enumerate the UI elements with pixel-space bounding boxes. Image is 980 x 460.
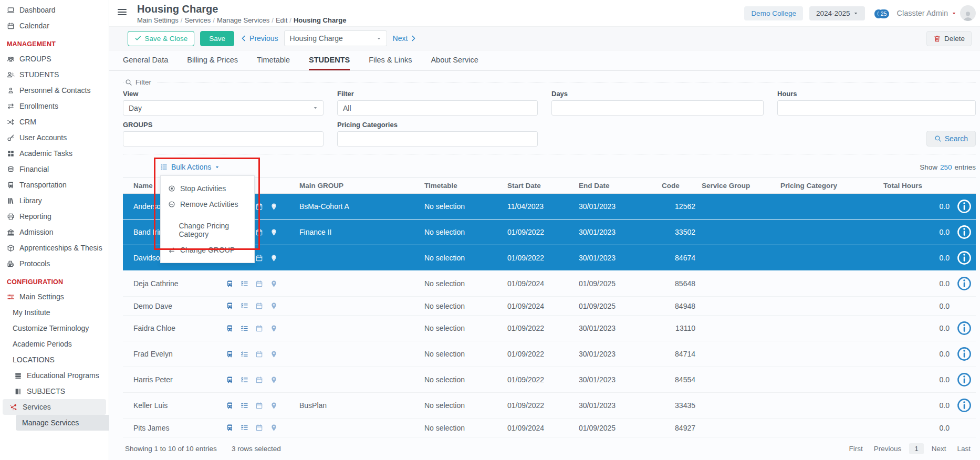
breadcrumb-item[interactable]: Main Settings bbox=[137, 16, 179, 24]
sidebar-item-reporting[interactable]: Reporting bbox=[0, 208, 109, 224]
table-row[interactable]: Deja CathrineNo selection01/09/202401/09… bbox=[123, 271, 976, 297]
bulk-actions-button[interactable]: Bulk Actions bbox=[159, 161, 221, 173]
calendar-icon[interactable] bbox=[255, 376, 263, 384]
view-select[interactable]: Day bbox=[123, 100, 324, 116]
sidebar-item-groups[interactable]: GROUPS bbox=[0, 51, 109, 67]
save-button[interactable]: Save bbox=[200, 31, 234, 46]
days-input[interactable] bbox=[551, 100, 764, 116]
bulk-menu-item-remove-activities[interactable]: Remove Activities bbox=[161, 196, 254, 212]
bus-icon[interactable] bbox=[226, 402, 234, 410]
calendar-icon[interactable] bbox=[255, 424, 263, 432]
bulk-menu-item-change-pricing-category[interactable]: Change Pricing Category bbox=[161, 218, 254, 242]
bus-icon[interactable] bbox=[226, 376, 234, 384]
calendar-icon[interactable] bbox=[255, 280, 263, 288]
checklist-icon[interactable] bbox=[241, 376, 248, 384]
pagination-last[interactable]: Last bbox=[954, 443, 974, 454]
pin-icon[interactable] bbox=[270, 228, 278, 236]
tab-timetable[interactable]: Timetable bbox=[257, 56, 290, 70]
pricing-categories-input[interactable] bbox=[337, 131, 538, 147]
pin-icon[interactable] bbox=[270, 424, 278, 432]
sidebar-item-calendar[interactable]: Calendar bbox=[0, 18, 109, 34]
breadcrumb-item[interactable]: Services bbox=[184, 16, 211, 24]
sidebar-item-protocols[interactable]: Protocols bbox=[0, 256, 109, 271]
calendar-icon[interactable] bbox=[255, 325, 263, 332]
checklist-icon[interactable] bbox=[241, 302, 248, 310]
sidebar-item-crm[interactable]: CRM bbox=[0, 114, 109, 130]
sidebar-item-dashboard[interactable]: Dashboard bbox=[0, 2, 109, 18]
pin-icon[interactable] bbox=[270, 302, 278, 310]
table-row[interactable]: Keller LuisBusPlanNo selection01/09/2022… bbox=[123, 393, 976, 419]
sidebar-item-students[interactable]: STUDENTS bbox=[0, 67, 109, 82]
sidebar-item-apprenticeships-thesis[interactable]: Apprenticeships & Thesis bbox=[0, 240, 109, 256]
breadcrumb-item[interactable]: Edit bbox=[276, 16, 287, 24]
sidebar-item-academic-periods[interactable]: Academic Periods bbox=[0, 336, 109, 352]
pagination-previous[interactable]: Previous bbox=[871, 443, 905, 454]
tab-general-data[interactable]: General Data bbox=[123, 56, 168, 70]
sidebar-item-user-accounts[interactable]: User Accounts bbox=[0, 130, 109, 145]
table-row[interactable]: Pits JamesNo selection01/09/202401/09/20… bbox=[123, 419, 976, 437]
info-icon[interactable] bbox=[956, 320, 973, 337]
sidebar-item-subjects[interactable]: SUBJECTS bbox=[0, 383, 109, 399]
info-icon[interactable] bbox=[956, 249, 973, 266]
bus-icon[interactable] bbox=[226, 280, 234, 288]
hours-input[interactable] bbox=[777, 100, 976, 116]
next-record-link[interactable]: Next bbox=[393, 34, 418, 43]
bulk-menu-item-stop-activities[interactable]: Stop Activities bbox=[161, 181, 254, 196]
previous-record-link[interactable]: Previous bbox=[240, 34, 278, 43]
checklist-icon[interactable] bbox=[241, 424, 248, 432]
calendar-icon[interactable] bbox=[255, 350, 263, 358]
pagination-next[interactable]: Next bbox=[929, 443, 950, 454]
sidebar-item-enrollments[interactable]: Enrollments bbox=[0, 98, 109, 114]
table-row[interactable]: Demo DaveNo selection01/09/202401/09/202… bbox=[123, 297, 976, 316]
menu-toggle-icon[interactable] bbox=[118, 7, 127, 17]
record-selector[interactable]: Housing Charge bbox=[284, 30, 387, 46]
bus-icon[interactable] bbox=[226, 350, 234, 358]
sidebar-item-financial[interactable]: Financial bbox=[0, 161, 109, 177]
entries-count-select[interactable]: 250 bbox=[940, 163, 952, 171]
checklist-icon[interactable] bbox=[241, 325, 248, 332]
tab-students[interactable]: STUDENTS bbox=[309, 56, 350, 70]
info-icon[interactable] bbox=[956, 275, 973, 292]
institute-button[interactable]: Demo College bbox=[744, 6, 803, 20]
bulk-menu-item-change-group[interactable]: Change GROUP bbox=[161, 242, 254, 258]
pin-icon[interactable] bbox=[270, 254, 278, 262]
sidebar-item-my-institute[interactable]: My Institute bbox=[0, 305, 109, 320]
pin-icon[interactable] bbox=[270, 280, 278, 288]
delete-button[interactable]: Delete bbox=[926, 31, 972, 46]
sidebar-item-manage-services[interactable]: Manage Services bbox=[16, 415, 109, 431]
save-close-button[interactable]: Save & Close bbox=[128, 31, 194, 46]
info-icon[interactable] bbox=[956, 371, 973, 388]
table-row[interactable]: Faidra ChloeNo selection01/09/202230/01/… bbox=[123, 316, 976, 341]
breadcrumb-item[interactable]: Manage Services bbox=[217, 16, 269, 24]
info-icon[interactable] bbox=[956, 198, 973, 215]
table-row[interactable]: Frad EvelynNo selection01/09/202230/01/2… bbox=[123, 341, 976, 367]
sidebar-item-academic-tasks[interactable]: Academic Tasks bbox=[0, 145, 109, 161]
user-menu[interactable]: Classter Admin bbox=[896, 5, 976, 21]
sidebar-item-library[interactable]: Library bbox=[0, 193, 109, 208]
sidebar-item-customize-terminology[interactable]: Customize Terminology bbox=[0, 320, 109, 336]
calendar-icon[interactable] bbox=[255, 402, 263, 410]
pin-icon[interactable] bbox=[270, 350, 278, 358]
tab-files-links[interactable]: Files & Links bbox=[369, 56, 412, 70]
sidebar-item-services[interactable]: Services bbox=[3, 399, 106, 415]
checklist-icon[interactable] bbox=[241, 280, 248, 288]
search-button[interactable]: Search bbox=[926, 131, 976, 147]
calendar-icon[interactable] bbox=[255, 228, 263, 236]
pin-icon[interactable] bbox=[270, 402, 278, 410]
checklist-icon[interactable] bbox=[241, 350, 248, 358]
sidebar-item-admission[interactable]: Admission bbox=[0, 224, 109, 240]
sidebar-item-main-settings[interactable]: Main Settings bbox=[0, 289, 109, 305]
bus-icon[interactable] bbox=[226, 325, 234, 332]
info-icon[interactable] bbox=[956, 224, 973, 241]
checklist-icon[interactable] bbox=[241, 402, 248, 410]
sidebar-item-personnel-contacts[interactable]: Personnel & Contacts bbox=[0, 82, 109, 98]
sidebar-item-transportation[interactable]: Transportation bbox=[0, 177, 109, 193]
tab-about-service[interactable]: About Service bbox=[431, 56, 478, 70]
academic-year-selector[interactable]: 2024-2025 bbox=[809, 6, 866, 20]
filter-select[interactable]: All bbox=[337, 100, 538, 116]
bus-icon[interactable] bbox=[226, 424, 234, 432]
groups-input[interactable] bbox=[123, 131, 324, 147]
breadcrumb-item[interactable]: Housing Charge bbox=[294, 16, 346, 24]
tab-billing-prices[interactable]: Billing & Prices bbox=[187, 56, 238, 70]
table-row[interactable]: Harris PeterNo selection01/09/202230/01/… bbox=[123, 367, 976, 393]
